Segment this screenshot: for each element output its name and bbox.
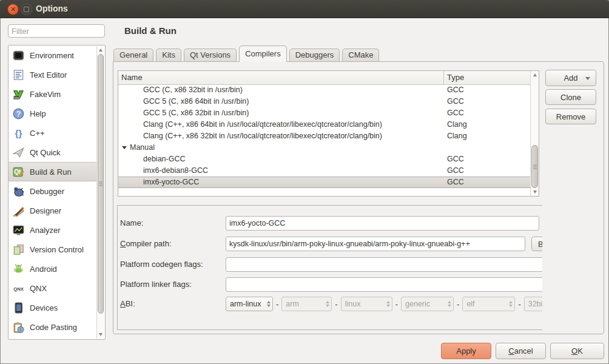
ok-button[interactable]: OK (550, 343, 604, 359)
environment-icon (13, 50, 24, 61)
sidebar-item-code-pasting[interactable]: Code Pasting (8, 317, 97, 337)
table-row[interactable]: imx6-debian8-GCCGCC (118, 165, 531, 177)
tab-qt-versions[interactable]: Qt Versions (184, 49, 237, 61)
abi-combo-3[interactable]: generic (401, 297, 454, 311)
column-header-name[interactable]: Name (118, 71, 444, 84)
sidebar-item-label: Environment (30, 51, 74, 60)
sidebar-item-help[interactable]: ?Help (8, 104, 97, 123)
devices-icon (13, 302, 24, 314)
compilers-table: Name Type GCC (C, x86 32bit in /usr/bin)… (118, 70, 539, 197)
compiler-group-row[interactable]: Manual (118, 142, 531, 153)
codegen-flags-field[interactable] (226, 257, 542, 272)
compiler-type: GCC (444, 96, 531, 107)
remove-button[interactable]: Remove (545, 109, 596, 124)
table-row[interactable]: GCC (C, x86 32bit in /usr/bin)GCC (118, 84, 531, 96)
browse-button[interactable]: Browse (531, 237, 542, 251)
abi-combo-5[interactable]: 32bit (524, 297, 542, 311)
spinner-icon[interactable] (509, 301, 513, 307)
spinner-icon[interactable] (326, 301, 329, 307)
clone-button[interactable]: Clone (545, 89, 596, 105)
name-field[interactable]: imx6-yocto-GCC (226, 216, 539, 231)
table-row[interactable]: GCC 5 (C, x86 32bit in /usr/bin)GCC (118, 107, 531, 119)
spinner-icon[interactable] (267, 301, 271, 307)
compiler-name: Manual (130, 142, 155, 153)
add-button[interactable]: Add (545, 70, 596, 86)
scroll-up-icon[interactable] (97, 46, 104, 54)
abi-combo-value: elf (466, 300, 506, 308)
build-run-icon: Qt (13, 166, 24, 178)
abi-separator: - (395, 300, 398, 309)
maximize-icon[interactable] (21, 4, 32, 15)
scroll-down-icon[interactable] (531, 188, 539, 196)
compiler-details: Name: imx6-yocto-GCC Compiler path: kysd… (117, 205, 542, 330)
apply-button[interactable]: Apply (441, 343, 491, 359)
ok-button-label: OK (571, 346, 583, 356)
expander-arrow-icon[interactable] (122, 146, 127, 149)
sidebar-item-designer[interactable]: Designer (8, 201, 97, 220)
tab-compilers[interactable]: Compilers (239, 46, 287, 62)
tab-kits[interactable]: Kits (156, 49, 181, 61)
sidebar-item-text-editor[interactable]: Text Editor (8, 65, 97, 84)
table-row[interactable]: debian-GCCGCC (118, 153, 531, 165)
spinner-icon[interactable] (386, 301, 390, 307)
compiler-name: imx6-yocto-GCC (143, 178, 199, 186)
sidebar-item-label: C++ (30, 129, 45, 138)
table-row[interactable]: GCC 5 (C, x86 64bit in /usr/bin)GCC (118, 96, 531, 107)
compiler-name: Clang (C++, x86 64bit in /usr/local/qtcr… (143, 120, 382, 129)
debugger-icon (13, 186, 24, 197)
filter-input[interactable] (8, 24, 105, 38)
compiler-name: GCC (C, x86 32bit in /usr/bin) (143, 86, 243, 94)
table-row[interactable]: Clang (C++, x86 32bit in /usr/local/qtcr… (118, 130, 531, 142)
sidebar-item-debugger[interactable]: Debugger (8, 181, 97, 201)
abi-combo-2[interactable]: linux (341, 297, 392, 311)
sidebar-item-android[interactable]: Android (8, 259, 97, 278)
cpp-icon: {} (13, 127, 24, 139)
fakevim-icon: Fake (13, 89, 24, 100)
compiler-path-field[interactable]: kysdk-linux/usr/bin/arm-poky-linux-gnuea… (226, 237, 525, 251)
svg-text:?: ? (16, 110, 21, 118)
abi-combo-0[interactable]: arm-linux (226, 297, 273, 311)
compiler-name: debian-GCC (143, 155, 185, 163)
sidebar-item-fakevim[interactable]: FakeFakeVim (8, 84, 97, 104)
sidebar-item-label: Text Editor (30, 70, 67, 79)
designer-icon (13, 205, 24, 217)
tab-cmake[interactable]: CMake (342, 49, 379, 61)
table-scrollbar-thumb[interactable] (531, 145, 538, 188)
titlebar: ✕ Options (0, 0, 609, 18)
sidebar-item-analyzer[interactable]: Analyzer (8, 220, 97, 240)
compiler-name: GCC 5 (C, x86 32bit in /usr/bin) (143, 109, 249, 117)
table-scrollbar[interactable] (530, 71, 539, 196)
table-row[interactable]: Clang (C++, x86 64bit in /usr/local/qtcr… (118, 119, 531, 130)
compiler-type: GCC (444, 165, 531, 177)
close-icon[interactable]: ✕ (7, 4, 19, 15)
sidebar-scrollbar-thumb[interactable] (98, 54, 104, 314)
linker-flags-field[interactable] (226, 277, 542, 292)
sidebar-item-version-control[interactable]: Version Control (8, 240, 97, 259)
code-pasting-icon (13, 322, 24, 333)
codegen-flags-label: Platform codegen flags: (120, 257, 203, 272)
sidebar-item-qnx[interactable]: QNXQNX (8, 278, 97, 298)
abi-combo-4[interactable]: elf (462, 297, 515, 311)
sidebar-item-devices[interactable]: Devices (8, 298, 97, 317)
tab-debuggers[interactable]: Debuggers (289, 49, 340, 61)
compiler-type: GCC (444, 84, 531, 96)
tab-general[interactable]: General (113, 49, 153, 61)
column-header-type[interactable]: Type (444, 71, 531, 84)
scroll-down-icon[interactable] (97, 331, 104, 339)
clone-button-label: Clone (560, 93, 581, 102)
cancel-button-label: Cancel (508, 346, 533, 356)
sidebar-item-c[interactable]: {}C++ (8, 123, 97, 143)
spinner-icon[interactable] (448, 301, 451, 307)
abi-combo-value: generic (405, 300, 445, 308)
sidebar-item-label: Android (30, 265, 57, 274)
sidebar-item-build-run[interactable]: QtBuild & Run (8, 162, 97, 181)
abi-combo-1[interactable]: arm (281, 297, 332, 311)
abi-combo-value: arm-linux (230, 300, 264, 308)
sidebar-item-label: FakeVim (30, 90, 61, 99)
scroll-up-icon[interactable] (531, 71, 539, 79)
sidebar-item-qt-quick[interactable]: Qt Quick (8, 143, 97, 162)
sidebar-item-environment[interactable]: Environment (8, 46, 97, 65)
table-row[interactable]: imx6-yocto-GCCGCC (118, 177, 531, 188)
sidebar-scrollbar[interactable] (96, 46, 104, 339)
cancel-button[interactable]: Cancel (496, 343, 546, 359)
